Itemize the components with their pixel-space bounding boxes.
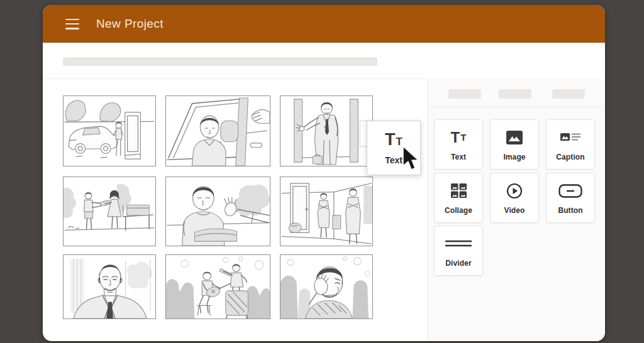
new-project-window: New Project: [43, 5, 605, 341]
sketch-musicians: [166, 255, 270, 318]
sketch-man-in-car: [166, 96, 270, 166]
mouse-cursor-icon: [401, 146, 420, 175]
element-label: Collage: [445, 206, 472, 215]
tab-placeholder-2[interactable]: [499, 89, 531, 99]
storyboard-frame-exchange-outdoors[interactable]: [63, 177, 156, 246]
element-label: Text: [451, 153, 466, 161]
element-button-text[interactable]: TT Text: [434, 119, 483, 170]
element-button-divider[interactable]: Divider: [434, 226, 483, 276]
collage-icon: [451, 182, 467, 200]
desktop-background: { "colors": { "background": "#474443", "…: [0, 0, 644, 343]
text-icon: TT: [385, 131, 402, 148]
element-button-button[interactable]: Button: [546, 173, 595, 223]
storyboard-frame-man-in-car[interactable]: [165, 95, 270, 166]
button-icon: [558, 182, 582, 200]
divider-icon: [445, 234, 472, 253]
hamburger-menu-icon[interactable]: [65, 19, 79, 30]
storyboard-frame-two-men-room[interactable]: [280, 177, 373, 246]
element-label: Image: [503, 153, 525, 161]
panel-tabs: [428, 89, 605, 99]
sketch-handing-blanket: [166, 177, 270, 246]
sketch-two-men-room: [280, 177, 372, 246]
storyboard-frame-portrait[interactable]: [63, 254, 156, 319]
drag-label: Text: [385, 155, 402, 165]
element-label: Caption: [556, 153, 584, 161]
tab-placeholder-1[interactable]: [448, 89, 481, 99]
caption-icon: [560, 128, 580, 147]
storyboard-frame-car-arrival[interactable]: [63, 95, 156, 166]
window-header: New Project: [43, 5, 605, 43]
toolbar-placeholder-bar: [63, 57, 377, 66]
element-label: Video: [504, 206, 525, 215]
element-button-video[interactable]: Video: [490, 173, 539, 223]
storyboard-frame-crying-man[interactable]: [280, 254, 373, 319]
element-button-collage[interactable]: Collage: [434, 173, 483, 223]
tab-placeholder-3[interactable]: [552, 89, 585, 99]
video-icon: [506, 182, 523, 200]
element-button-image[interactable]: Image: [490, 119, 539, 170]
sketch-portrait-man: [64, 255, 155, 318]
sketch-exchange-outdoors: [64, 177, 155, 246]
element-button-caption[interactable]: Caption: [546, 119, 595, 170]
panel-tabs-divider: [428, 107, 605, 107]
storyboard-frame-handing-blanket[interactable]: [165, 177, 270, 246]
sketch-man-doorway: [280, 96, 372, 166]
text-icon: TT: [451, 128, 467, 147]
image-icon: [506, 128, 523, 147]
element-label: Divider: [445, 259, 471, 268]
storyboard-frame-doorway-greeting[interactable]: [280, 95, 373, 166]
storyboard-frame-musicians[interactable]: [165, 254, 270, 319]
sketch-crying-man: [280, 255, 372, 318]
element-label: Button: [558, 206, 582, 215]
window-title: New Project: [96, 17, 164, 31]
sketch-car-phone-booth: [64, 96, 155, 166]
elements-panel: TT Text Image Capti: [428, 79, 605, 341]
